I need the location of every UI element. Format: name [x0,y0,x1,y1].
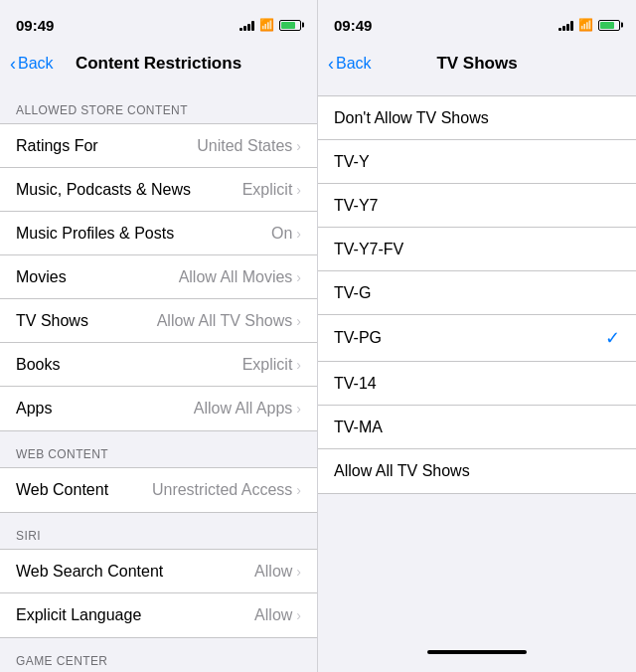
status-icons-right: 📶 [558,18,620,32]
tv-item-tvy7[interactable]: TV-Y7 [318,184,636,228]
list-item-web-search[interactable]: Web Search Content Allow › [0,550,317,593]
siri-list: Web Search Content Allow › Explicit Lang… [0,549,317,638]
list-item-ratings[interactable]: Ratings For United States › [0,124,317,168]
back-label-right: Back [336,55,372,73]
allowed-store-content-list: Ratings For United States › Music, Podca… [0,123,317,431]
tv-label-tvpg: TV-PG [334,329,382,347]
tv-label-tvma: TV-MA [334,419,383,436]
tv-label-tvg: TV-G [334,284,371,302]
section-header-allowed: ALLOWED STORE CONTENT [0,87,317,123]
explicit-language-value: Allow [254,606,292,624]
ratings-value: United States [197,137,292,155]
tv-label-tvy7fv: TV-Y7-FV [334,241,403,258]
music-profiles-value: On [271,225,292,243]
tv-item-tvma[interactable]: TV-MA [318,406,636,449]
explicit-language-label: Explicit Language [16,606,141,624]
tv-label-tvy: TV-Y [334,153,370,171]
list-item-books[interactable]: Books Explicit › [0,343,317,387]
top-spacer-right [318,87,636,95]
tv-item-tvpg[interactable]: TV-PG ✓ [318,315,636,362]
movies-label: Movies [16,268,67,286]
tv-label-tvy7: TV-Y7 [334,197,378,215]
list-item-apps[interactable]: Apps Allow All Apps › [0,387,317,430]
status-icons-left: 📶 [239,18,301,32]
web-content-value: Unrestricted Access [152,481,292,499]
tv-item-allow-all[interactable]: Allow All TV Shows [318,449,636,493]
status-bar-left: 09:49 📶 [0,0,317,44]
web-content-list: Web Content Unrestricted Access › [0,467,317,513]
list-item-tvshows[interactable]: TV Shows Allow All TV Shows › [0,299,317,343]
bottom-bar-right [318,650,636,672]
tv-item-tvg[interactable]: TV-G [318,271,636,315]
chevron-apps: › [296,401,301,417]
back-button-left[interactable]: ‹ Back [10,55,54,73]
bottom-spacer-right [318,494,636,650]
page-title-left: Content Restrictions [76,54,241,74]
tv-label-allow-all: Allow All TV Shows [334,462,470,480]
list-item-music-profiles[interactable]: Music Profiles & Posts On › [0,212,317,255]
section-header-web: WEB CONTENT [0,431,317,467]
chevron-explicit-language: › [296,607,301,623]
movies-value: Allow All Movies [179,268,293,286]
signal-icon-right [558,20,573,31]
right-panel: 09:49 📶 ‹ Back TV Shows Don't Allow TV S… [318,0,636,672]
tv-item-tvy[interactable]: TV-Y [318,140,636,184]
back-label-left: Back [18,55,54,73]
music-label: Music, Podcasts & News [16,181,191,199]
chevron-web: › [296,482,301,498]
music-profiles-label: Music Profiles & Posts [16,225,174,243]
chevron-music: › [296,182,301,198]
tvshows-value: Allow All TV Shows [157,312,293,330]
tv-item-tv14[interactable]: TV-14 [318,362,636,406]
list-item-music[interactable]: Music, Podcasts & News Explicit › [0,168,317,212]
left-content: ALLOWED STORE CONTENT Ratings For United… [0,87,317,672]
section-header-game: GAME CENTER [0,638,317,672]
nav-bar-right: ‹ Back TV Shows [318,44,636,87]
battery-icon [279,20,301,31]
tv-item-dont-allow[interactable]: Don't Allow TV Shows [318,96,636,140]
books-value: Explicit [242,356,293,374]
status-bar-right: 09:49 📶 [318,0,636,44]
signal-icon [239,20,254,31]
list-item-web-content[interactable]: Web Content Unrestricted Access › [0,468,317,512]
wifi-icon-right: 📶 [578,18,593,32]
apps-label: Apps [16,400,52,418]
list-item-explicit-language[interactable]: Explicit Language Allow › [0,593,317,637]
chevron-movies: › [296,269,301,285]
tv-shows-list: Don't Allow TV Shows TV-Y TV-Y7 TV-Y7-FV… [318,95,636,494]
chevron-web-search: › [296,564,301,580]
chevron-books: › [296,357,301,373]
nav-bar-left: ‹ Back Content Restrictions [0,44,317,87]
left-panel: 09:49 📶 ‹ Back Content Restrictions ALLO… [0,0,318,672]
wifi-icon: 📶 [259,18,274,32]
chevron-tvshows: › [296,313,301,329]
time-left: 09:49 [16,17,54,34]
tvshows-label: TV Shows [16,312,88,330]
tv-label-dont-allow: Don't Allow TV Shows [334,109,489,127]
ratings-label: Ratings For [16,137,98,155]
apps-value: Allow All Apps [194,400,293,418]
page-title-right: TV Shows [436,54,517,74]
web-search-label: Web Search Content [16,563,163,581]
checkmark-tvpg: ✓ [605,327,620,349]
chevron-ratings: › [296,138,301,154]
tv-item-tvy7fv[interactable]: TV-Y7-FV [318,228,636,271]
back-button-right[interactable]: ‹ Back [328,55,372,73]
back-chevron-right: ‹ [328,55,334,73]
books-label: Books [16,356,60,374]
time-right: 09:49 [334,17,372,34]
section-header-siri: SIRI [0,513,317,549]
tv-label-tv14: TV-14 [334,375,377,393]
list-item-movies[interactable]: Movies Allow All Movies › [0,255,317,299]
chevron-music-profiles: › [296,226,301,242]
music-value: Explicit [242,181,293,199]
back-chevron-left: ‹ [10,55,16,73]
battery-icon-right [598,20,620,31]
web-content-label: Web Content [16,481,108,499]
web-search-value: Allow [254,563,292,581]
